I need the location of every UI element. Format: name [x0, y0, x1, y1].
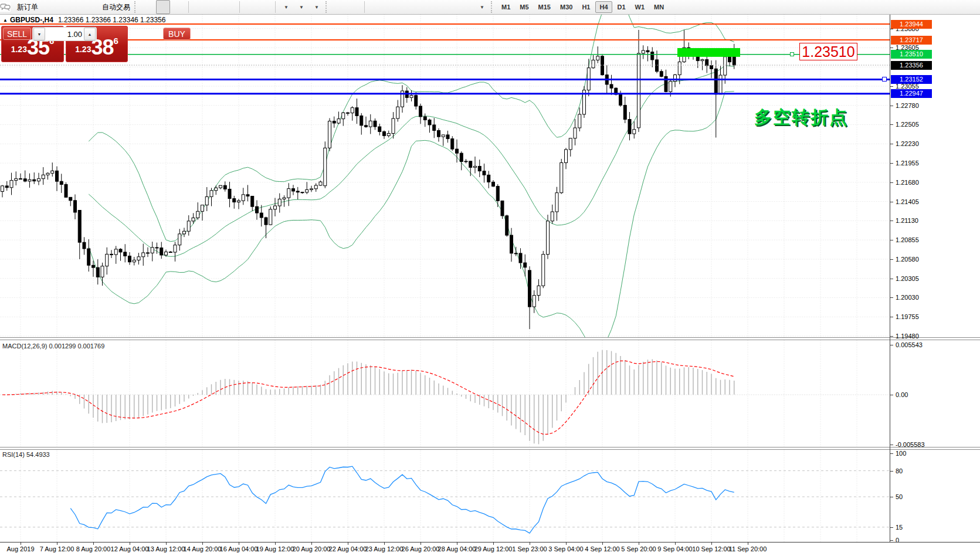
price-tick-mark — [890, 124, 893, 125]
indicators-dropdown-caret[interactable]: ▼ — [284, 5, 289, 10]
tab-timeframe-M5[interactable]: M5 — [516, 1, 533, 13]
price-tick-mark — [890, 29, 893, 29]
time-tick-mark — [639, 543, 639, 545]
horizontal-line-button[interactable] — [383, 0, 397, 14]
equidistant-channel-button[interactable]: E — [413, 0, 428, 14]
price-badge: 1.23717 — [891, 36, 932, 45]
time-tick-mark — [602, 543, 603, 545]
volume-input[interactable] — [46, 29, 83, 39]
community-button[interactable] — [56, 0, 70, 14]
volume-control: ▼ ▲ — [32, 27, 97, 41]
rsi-tick-mark — [890, 471, 893, 472]
main-chart-canvas[interactable] — [0, 15, 890, 337]
time-tick-mark — [493, 543, 494, 545]
price-tick-label: 1.21955 — [896, 160, 919, 167]
autotrading-label[interactable]: 自动交易 — [102, 2, 130, 12]
price-tick-label: 1.20030 — [896, 294, 919, 301]
text-button[interactable]: A — [444, 0, 458, 14]
price-label-handle[interactable] — [790, 52, 794, 56]
crosshair-button[interactable] — [347, 0, 361, 14]
price-tick-mark — [890, 336, 893, 337]
expert-advisors-button[interactable] — [41, 0, 55, 14]
volume-decrement-button[interactable]: ▼ — [33, 28, 45, 40]
fibonacci-button[interactable]: F — [429, 0, 443, 14]
tile-windows-button[interactable] — [222, 0, 236, 14]
hline-selection-handle[interactable] — [882, 77, 887, 82]
tab-timeframe-H4[interactable]: H4 — [595, 1, 612, 13]
rsi-pane-canvas[interactable] — [0, 450, 890, 542]
tab-timeframe-H1[interactable]: H1 — [578, 1, 594, 13]
price-tick-mark — [890, 297, 893, 298]
tab-timeframe-W1[interactable]: W1 — [631, 1, 649, 13]
price-tick-label: 1.22780 — [896, 102, 919, 109]
tab-timeframe-D1[interactable]: D1 — [613, 1, 630, 13]
buy-price-prefix: 1.23 — [75, 45, 91, 54]
tab-timeframe-M15[interactable]: M15 — [534, 1, 555, 13]
macd-tick-label: 0.005543 — [896, 341, 923, 348]
time-tick-mark — [384, 543, 385, 545]
toolbar-drag-handle[interactable] — [325, 1, 330, 13]
time-axis-label: 3 Sep 04:00 — [548, 545, 583, 552]
zoom-in-button[interactable] — [192, 0, 206, 14]
arrows-button[interactable]: ▼ — [474, 0, 489, 14]
time-axis-label: Aug 2019 — [6, 545, 34, 552]
volume-increment-button[interactable]: ▲ — [84, 28, 96, 40]
price-tick-label: 1.20580 — [896, 256, 919, 263]
timeframe-group: M1M5M15M30H1H4D1W1MN — [497, 1, 669, 13]
chat-button[interactable] — [961, 0, 975, 14]
autotrading-button[interactable] — [87, 0, 101, 14]
auto-scroll-button[interactable] — [243, 0, 257, 14]
collapse-panel-icon[interactable]: ▲ — [3, 18, 8, 23]
rsi-tick-label: 80 — [896, 467, 903, 474]
toolbar-drag-handle[interactable] — [491, 1, 495, 13]
price-tick-mark — [890, 106, 893, 106]
symbol-title: GBPUSD-,H4 — [10, 16, 53, 24]
new-order-label[interactable]: 新订单 — [17, 2, 38, 12]
one-click-trading-panel: SELL 1.23356 BUY 1.23386 ▼ ▲ — [1, 26, 128, 62]
zoom-out-button[interactable] — [207, 0, 221, 14]
price-tick-mark — [890, 48, 893, 48]
chart-annotation-text[interactable]: 多空转折点 — [754, 106, 848, 130]
price-badge: 1.22947 — [891, 89, 932, 98]
price-badge: 1.23510 — [891, 50, 932, 59]
buy-button[interactable]: BUY — [163, 28, 191, 40]
time-axis-label: 22 Aug 04:00 — [329, 545, 367, 552]
price-badge: 1.23356 — [891, 61, 932, 70]
tab-timeframe-M30[interactable]: M30 — [556, 1, 577, 13]
time-axis-label: 7 Aug 12:00 — [40, 545, 74, 552]
text-label-button[interactable]: T — [459, 0, 473, 14]
vertical-line-button[interactable] — [368, 0, 382, 14]
time-axis[interactable]: Aug 20197 Aug 12:008 Aug 20:0012 Aug 04:… — [0, 542, 980, 556]
price-tick-mark — [890, 279, 893, 279]
symbol-ohlc-row: ▲GBPUSD-,H41.23366 1.23366 1.23346 1.233… — [3, 16, 165, 24]
chart-shift-button[interactable] — [258, 0, 272, 14]
time-tick-mark — [675, 543, 676, 545]
macd-pane-canvas[interactable] — [0, 340, 890, 447]
tab-timeframe-MN[interactable]: MN — [650, 1, 668, 13]
price-badge: 1.23152 — [891, 75, 932, 84]
indicators-button[interactable]: ▼ — [279, 0, 293, 14]
price-tick-label: 1.20305 — [896, 275, 919, 282]
sell-price-prefix: 1.23 — [11, 45, 27, 54]
trendline-button[interactable] — [398, 0, 412, 14]
macd-tick-mark — [890, 445, 893, 445]
signals-button[interactable] — [72, 0, 86, 14]
time-axis-label: 12 Aug 04:00 — [111, 545, 149, 552]
search-button[interactable] — [945, 0, 959, 14]
candlestick-chart-button[interactable] — [156, 0, 170, 14]
time-axis-label: 8 Aug 20:00 — [76, 545, 111, 552]
cursor-button[interactable] — [332, 0, 346, 14]
price-level-label[interactable]: 1.23510 — [799, 43, 857, 60]
periods-button[interactable]: ▼ — [294, 0, 308, 14]
tab-timeframe-M1[interactable]: M1 — [497, 1, 514, 13]
templates-dropdown-caret[interactable]: ▼ — [314, 5, 319, 10]
rsi-tick-label: 100 — [896, 450, 906, 457]
time-axis-label: 20 Aug 20:00 — [293, 545, 331, 552]
arrows-dropdown-caret[interactable]: ▼ — [480, 5, 484, 10]
line-chart-button[interactable] — [171, 0, 185, 14]
toolbar-drag-handle[interactable] — [134, 1, 138, 13]
periods-dropdown-caret[interactable]: ▼ — [299, 5, 304, 10]
time-axis-label: 5 Sep 20:00 — [621, 545, 656, 552]
templates-button[interactable]: ▼ — [309, 0, 323, 14]
bar-chart-button[interactable] — [141, 0, 155, 14]
